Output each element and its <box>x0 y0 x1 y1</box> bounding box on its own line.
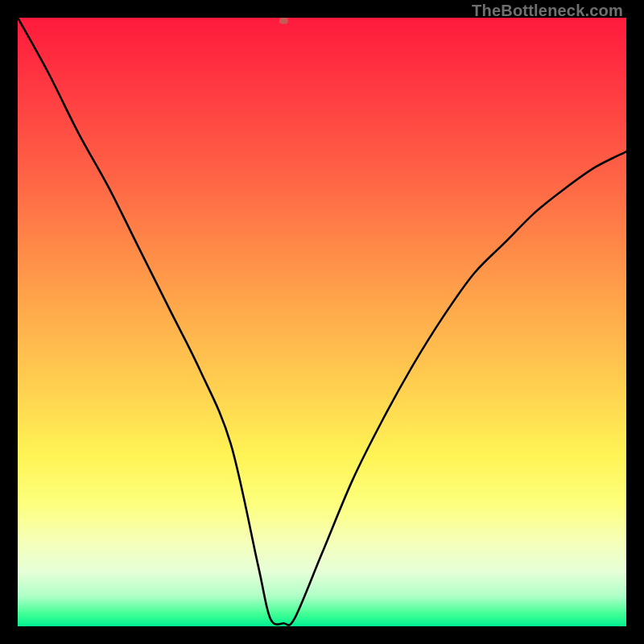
watermark-text: TheBottleneck.com <box>472 2 623 20</box>
chart-frame <box>0 0 644 644</box>
